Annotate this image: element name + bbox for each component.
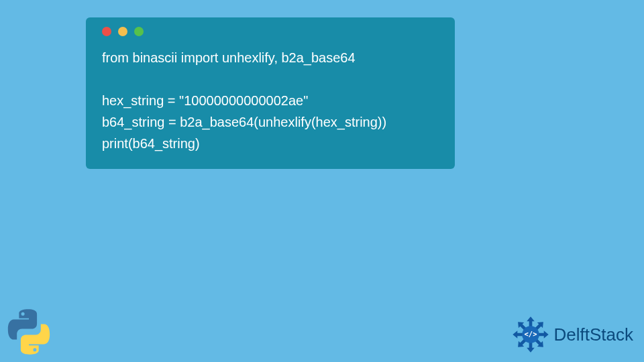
code-line-5: print(b64_string) — [102, 136, 200, 151]
close-dot-icon — [102, 27, 111, 36]
code-content: from binascii import unhexlify, b2a_base… — [102, 47, 439, 154]
maximize-dot-icon — [134, 27, 144, 36]
code-line-4: b64_string = b2a_base64(unhexlify(hex_st… — [102, 115, 386, 129]
python-logo-icon — [5, 308, 52, 355]
code-line-1: from binascii import unhexlify, b2a_base… — [102, 50, 356, 65]
minimize-dot-icon — [118, 27, 127, 36]
delftstack-badge-icon: </> — [511, 315, 550, 354]
svg-text:</>: </> — [524, 330, 537, 338]
delftstack-logo: </> DelftStack — [511, 315, 634, 354]
code-line-3: hex_string = "10000000000002ae" — [102, 93, 308, 108]
window-controls — [102, 27, 439, 36]
code-block: from binascii import unhexlify, b2a_base… — [86, 17, 455, 169]
delftstack-brand-text: DelftStack — [554, 324, 634, 345]
